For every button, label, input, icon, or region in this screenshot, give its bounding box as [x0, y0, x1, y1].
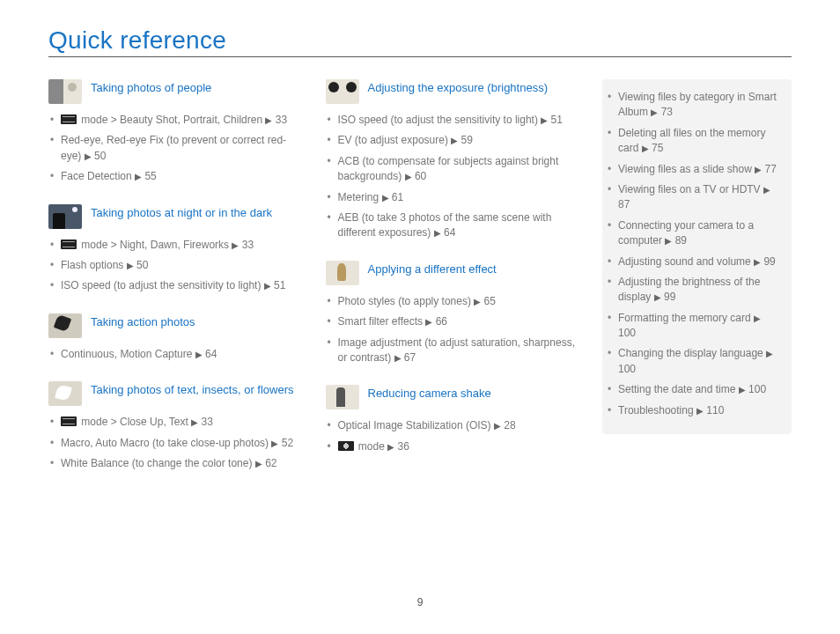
item-text: Formatting the memory card — [618, 312, 754, 324]
section-items: Continuous, Motion Capture ▶ 64 — [48, 347, 299, 362]
page-ref[interactable]: 73 — [658, 106, 673, 118]
page-ref[interactable]: 99 — [761, 255, 776, 268]
page-ref[interactable]: 66 — [432, 315, 447, 328]
scene-mode-icon — [61, 114, 77, 124]
section-thumbnail — [48, 204, 82, 229]
section: Applying a different effectPhoto styles … — [326, 261, 577, 366]
page-ref[interactable]: 33 — [239, 239, 254, 251]
section-items: ISO speed (to adjust the sensitivity to … — [326, 113, 577, 241]
section-items: mode > Close Up, Text ▶ 33Macro, Auto Ma… — [48, 415, 299, 471]
page-ref[interactable]: 55 — [142, 170, 157, 182]
item-text: EV (to adjust exposure) — [338, 134, 452, 146]
section: Adjusting the exposure (brightness)ISO s… — [326, 79, 577, 241]
page-ref[interactable]: 36 — [394, 440, 409, 453]
section-header: Applying a different effect — [326, 261, 577, 285]
section-header: Taking action photos — [48, 313, 299, 338]
page-ref[interactable]: 61 — [389, 191, 404, 203]
sidebar-item: Adjusting the brightness of the display … — [606, 275, 781, 306]
section: Taking action photosContinuous, Motion C… — [48, 313, 299, 362]
sidebar-item: Changing the display language ▶ 100 — [606, 346, 781, 377]
page-ref[interactable]: 67 — [402, 351, 416, 364]
page-ref[interactable]: 60 — [412, 170, 427, 182]
item-text: Flash options — [61, 259, 127, 271]
page-ref[interactable]: 65 — [481, 295, 496, 307]
sidebar-item: Connecting your camera to a computer ▶ 8… — [606, 218, 781, 249]
page-ref[interactable]: 99 — [661, 291, 676, 303]
page-ref[interactable]: 33 — [272, 114, 287, 126]
item-text: Metering — [338, 191, 382, 203]
page-ref[interactable]: 89 — [672, 234, 687, 247]
section-items: Optical Image Stabilization (OIS) ▶ 28 m… — [326, 418, 577, 454]
item-text: Image adjustment (to adjust saturation, … — [338, 336, 575, 364]
section-title[interactable]: Applying a different effect — [368, 261, 497, 277]
sidebar: Viewing files by category in Smart Album… — [602, 79, 792, 434]
section-title[interactable]: Adjusting the exposure (brightness) — [368, 79, 549, 96]
page-ref-arrow: ▶ — [135, 172, 142, 181]
sidebar-item: Viewing files by category in Smart Album… — [606, 90, 781, 121]
page-ref[interactable]: 110 — [704, 404, 724, 417]
page-ref[interactable]: 50 — [92, 150, 107, 162]
section: Taking photos of text, insects, or flowe… — [48, 381, 299, 471]
item-text: Setting the date and time — [618, 383, 739, 395]
item-text: Changing the display language — [618, 347, 766, 359]
page-ref-arrow: ▶ — [394, 353, 402, 363]
page-ref[interactable]: 100 — [618, 363, 636, 375]
section-thumbnail — [48, 313, 82, 338]
page-ref-arrow: ▶ — [654, 292, 661, 302]
section-thumbnail — [48, 79, 82, 104]
page-ref-arrow: ▶ — [766, 349, 773, 358]
section-title[interactable]: Taking photos of people — [91, 79, 211, 96]
list-item: mode ▶ 36 — [326, 439, 577, 454]
section-title[interactable]: Taking photos at night or in the dark — [91, 204, 272, 221]
section-title[interactable]: Taking photos of text, insects, or flowe… — [91, 381, 294, 398]
list-item: Optical Image Stabilization (OIS) ▶ 28 — [326, 418, 577, 433]
page-ref[interactable]: 100 — [746, 383, 766, 395]
page-ref[interactable]: 28 — [501, 419, 516, 431]
page-ref[interactable]: 87 — [618, 198, 630, 210]
page-ref[interactable]: 64 — [441, 226, 456, 239]
sidebar-item: Setting the date and time ▶ 100 — [606, 382, 781, 397]
item-text: Continuous, Motion Capture — [61, 348, 195, 360]
list-item: Metering ▶ 61 — [326, 190, 577, 205]
dual-mode-icon — [338, 441, 354, 451]
page-ref[interactable]: 52 — [278, 437, 293, 449]
sidebar-item: Viewing files as a slide show ▶ 77 — [606, 162, 781, 177]
item-text: ISO speed (to adjust the sensitivity to … — [338, 114, 542, 126]
item-text: mode > Close Up, Text — [78, 416, 191, 428]
item-text: Viewing files by category in Smart Album — [618, 91, 777, 118]
list-item: Flash options ▶ 50 — [48, 258, 299, 273]
page-ref-arrow: ▶ — [387, 442, 394, 452]
page-ref[interactable]: 62 — [262, 457, 277, 469]
page-ref[interactable]: 51 — [271, 279, 286, 291]
page-ref[interactable]: 64 — [203, 348, 217, 360]
page-ref[interactable]: 51 — [548, 114, 563, 126]
list-item: mode > Beauty Shot, Portrait, Children ▶… — [48, 113, 299, 128]
page-ref-arrow: ▶ — [195, 350, 203, 359]
page-ref[interactable]: 59 — [458, 134, 473, 146]
page-ref[interactable]: 75 — [649, 142, 664, 154]
sidebar-item: Troubleshooting ▶ 110 — [606, 403, 781, 418]
item-text: Viewing files as a slide show — [618, 163, 755, 175]
item-text: ACB (to compensate for subjects against … — [338, 155, 559, 182]
page-ref[interactable]: 33 — [198, 416, 213, 428]
page-ref[interactable]: 100 — [618, 327, 636, 339]
section-thumbnail — [326, 385, 359, 409]
section-thumbnail — [326, 261, 359, 285]
section-title[interactable]: Taking action photos — [91, 313, 195, 330]
content-columns: Taking photos of people mode > Beauty Sh… — [48, 79, 792, 490]
item-text: mode — [356, 440, 388, 453]
section: Taking photos at night or in the dark mo… — [48, 204, 299, 294]
page-ref-arrow: ▶ — [696, 406, 704, 416]
section-header: Taking photos at night or in the dark — [48, 204, 299, 229]
page-ref[interactable]: 50 — [134, 259, 149, 271]
section-header: Adjusting the exposure (brightness) — [326, 79, 577, 104]
list-item: Smart filter effects ▶ 66 — [326, 314, 577, 329]
item-text: Adjusting sound and volume — [618, 255, 754, 268]
section-title[interactable]: Reducing camera shake — [368, 385, 491, 402]
page-ref-arrow: ▶ — [494, 421, 501, 431]
page-ref-arrow: ▶ — [382, 193, 389, 203]
list-item: Face Detection ▶ 55 — [48, 169, 299, 184]
page-number: 9 — [48, 596, 792, 608]
page-ref[interactable]: 77 — [762, 163, 777, 175]
section-items: mode > Beauty Shot, Portrait, Children ▶… — [48, 113, 299, 185]
